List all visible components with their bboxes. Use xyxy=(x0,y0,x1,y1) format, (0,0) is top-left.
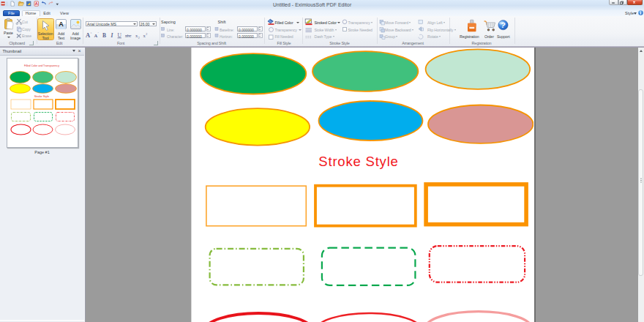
svg-text:A: A xyxy=(35,1,38,6)
svg-text:Filled Color and Transparency: Filled Color and Transparency xyxy=(24,64,59,67)
svg-text:A: A xyxy=(59,20,64,28)
svg-text:abc: abc xyxy=(125,33,132,37)
svg-text:B: B xyxy=(102,31,106,38)
svg-text:2: 2 xyxy=(138,35,140,39)
svg-text:Stroke Style: Stroke Style xyxy=(34,94,48,97)
svg-text:Stroke Style: Stroke Style xyxy=(318,154,398,169)
svg-text:2: 2 xyxy=(146,31,147,35)
svg-text:I: I xyxy=(111,31,114,38)
svg-text:U: U xyxy=(118,31,122,38)
svg-text:^: ^ xyxy=(91,31,92,34)
svg-text:ˇ: ˇ xyxy=(98,31,100,35)
